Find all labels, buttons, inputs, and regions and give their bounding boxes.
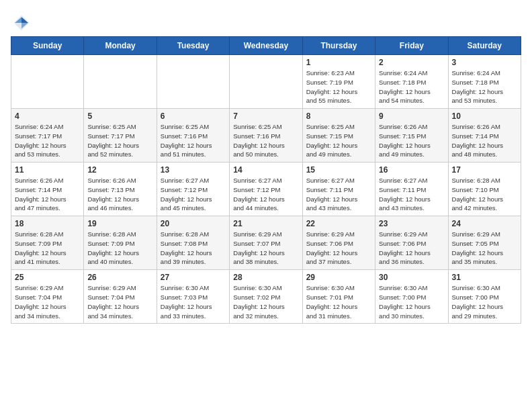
- day-info: Sunrise: 6:28 AMSunset: 7:08 PMDaylight:…: [161, 230, 226, 267]
- day-number: 23: [379, 219, 444, 228]
- day-info: Sunrise: 6:29 AMSunset: 7:04 PMDaylight:…: [15, 283, 80, 320]
- day-info: Sunrise: 6:29 AMSunset: 7:07 PMDaylight:…: [233, 230, 298, 267]
- day-info: Sunrise: 6:28 AMSunset: 7:09 PMDaylight:…: [87, 230, 152, 267]
- day-number: 19: [87, 219, 152, 228]
- week-row-4: 18Sunrise: 6:28 AMSunset: 7:09 PMDayligh…: [11, 216, 521, 270]
- day-number: 6: [161, 111, 226, 121]
- day-info: Sunrise: 6:27 AMSunset: 7:12 PMDaylight:…: [233, 176, 298, 213]
- day-number: 2: [379, 58, 444, 67]
- day-number: 12: [87, 165, 152, 175]
- day-number: 26: [87, 273, 152, 282]
- week-row-1: 1Sunrise: 6:23 AMSunset: 7:19 PMDaylight…: [11, 55, 521, 109]
- day-info: Sunrise: 6:27 AMSunset: 7:12 PMDaylight:…: [161, 176, 226, 213]
- day-header-saturday: Saturday: [448, 37, 521, 55]
- day-info: Sunrise: 6:24 AMSunset: 7:17 PMDaylight:…: [15, 122, 80, 159]
- day-number: 13: [161, 165, 226, 175]
- day-header-tuesday: Tuesday: [157, 37, 229, 55]
- calendar-cell: 11Sunrise: 6:26 AMSunset: 7:14 PMDayligh…: [11, 163, 84, 216]
- day-number: 18: [15, 219, 80, 228]
- day-info: Sunrise: 6:24 AMSunset: 7:18 PMDaylight:…: [452, 68, 517, 105]
- day-info: Sunrise: 6:24 AMSunset: 7:18 PMDaylight:…: [379, 68, 444, 105]
- calendar-cell: 22Sunrise: 6:29 AMSunset: 7:06 PMDayligh…: [302, 216, 375, 270]
- day-header-friday: Friday: [375, 37, 448, 55]
- calendar-cell: 2Sunrise: 6:24 AMSunset: 7:18 PMDaylight…: [375, 55, 448, 109]
- day-info: Sunrise: 6:26 AMSunset: 7:14 PMDaylight:…: [452, 122, 517, 159]
- day-info: Sunrise: 6:30 AMSunset: 7:03 PMDaylight:…: [161, 283, 226, 320]
- calendar-cell: 21Sunrise: 6:29 AMSunset: 7:07 PMDayligh…: [230, 216, 302, 270]
- day-header-monday: Monday: [84, 37, 157, 55]
- day-header-sunday: Sunday: [11, 37, 84, 55]
- day-info: Sunrise: 6:30 AMSunset: 7:00 PMDaylight:…: [452, 283, 517, 320]
- header-row: [11, 11, 521, 32]
- day-number: 30: [379, 273, 444, 282]
- day-number: 20: [161, 219, 226, 228]
- calendar-cell: 29Sunrise: 6:30 AMSunset: 7:01 PMDayligh…: [302, 270, 375, 324]
- calendar-cell: [230, 55, 302, 109]
- calendar-cell: 25Sunrise: 6:29 AMSunset: 7:04 PMDayligh…: [11, 270, 84, 324]
- calendar-cell: 26Sunrise: 6:29 AMSunset: 7:04 PMDayligh…: [84, 270, 157, 324]
- day-number: 28: [233, 273, 298, 282]
- day-number: 11: [15, 165, 80, 175]
- calendar-cell: 27Sunrise: 6:30 AMSunset: 7:03 PMDayligh…: [157, 270, 229, 324]
- day-number: 27: [161, 273, 226, 282]
- day-number: 21: [233, 219, 298, 228]
- header-row-days: SundayMondayTuesdayWednesdayThursdayFrid…: [11, 37, 521, 55]
- day-info: Sunrise: 6:27 AMSunset: 7:11 PMDaylight:…: [379, 176, 444, 213]
- calendar-container: SundayMondayTuesdayWednesdayThursdayFrid…: [0, 0, 532, 330]
- day-number: 5: [87, 111, 152, 121]
- calendar-cell: 14Sunrise: 6:27 AMSunset: 7:12 PMDayligh…: [230, 163, 302, 216]
- day-number: 24: [452, 219, 517, 228]
- calendar-cell: 28Sunrise: 6:30 AMSunset: 7:02 PMDayligh…: [230, 270, 302, 324]
- day-number: 9: [379, 111, 444, 121]
- day-info: Sunrise: 6:28 AMSunset: 7:10 PMDaylight:…: [452, 176, 517, 213]
- day-number: 25: [15, 273, 80, 282]
- day-info: Sunrise: 6:25 AMSunset: 7:17 PMDaylight:…: [87, 122, 152, 159]
- day-info: Sunrise: 6:25 AMSunset: 7:16 PMDaylight:…: [161, 122, 226, 159]
- svg-marker-3: [15, 17, 21, 23]
- calendar-cell: 10Sunrise: 6:26 AMSunset: 7:14 PMDayligh…: [448, 109, 521, 163]
- day-info: Sunrise: 6:29 AMSunset: 7:05 PMDaylight:…: [452, 230, 517, 267]
- day-info: Sunrise: 6:23 AMSunset: 7:19 PMDaylight:…: [306, 68, 371, 105]
- calendar-cell: 7Sunrise: 6:25 AMSunset: 7:16 PMDaylight…: [230, 109, 302, 163]
- day-number: 8: [306, 111, 371, 121]
- day-info: Sunrise: 6:26 AMSunset: 7:14 PMDaylight:…: [15, 176, 80, 213]
- day-info: Sunrise: 6:30 AMSunset: 7:02 PMDaylight:…: [233, 283, 298, 320]
- week-row-3: 11Sunrise: 6:26 AMSunset: 7:14 PMDayligh…: [11, 163, 521, 216]
- day-info: Sunrise: 6:29 AMSunset: 7:04 PMDaylight:…: [87, 283, 152, 320]
- calendar-cell: 13Sunrise: 6:27 AMSunset: 7:12 PMDayligh…: [157, 163, 229, 216]
- calendar-cell: 8Sunrise: 6:25 AMSunset: 7:15 PMDaylight…: [302, 109, 375, 163]
- day-number: 4: [15, 111, 80, 121]
- calendar-table: SundayMondayTuesdayWednesdayThursdayFrid…: [11, 36, 521, 324]
- day-number: 31: [452, 273, 517, 282]
- day-number: 22: [306, 219, 371, 228]
- calendar-cell: [11, 55, 84, 109]
- day-number: 15: [306, 165, 371, 175]
- day-info: Sunrise: 6:26 AMSunset: 7:15 PMDaylight:…: [379, 122, 444, 159]
- logo-icon: [12, 13, 31, 32]
- calendar-cell: 20Sunrise: 6:28 AMSunset: 7:08 PMDayligh…: [157, 216, 229, 270]
- day-number: 1: [306, 58, 371, 67]
- day-info: Sunrise: 6:30 AMSunset: 7:01 PMDaylight:…: [306, 283, 371, 320]
- day-info: Sunrise: 6:29 AMSunset: 7:06 PMDaylight:…: [379, 230, 444, 267]
- day-number: 17: [452, 165, 517, 175]
- calendar-cell: 12Sunrise: 6:26 AMSunset: 7:13 PMDayligh…: [84, 163, 157, 216]
- calendar-cell: 31Sunrise: 6:30 AMSunset: 7:00 PMDayligh…: [448, 270, 521, 324]
- day-number: 14: [233, 165, 298, 175]
- day-number: 16: [379, 165, 444, 175]
- calendar-cell: 4Sunrise: 6:24 AMSunset: 7:17 PMDaylight…: [11, 109, 84, 163]
- day-info: Sunrise: 6:29 AMSunset: 7:06 PMDaylight:…: [306, 230, 371, 267]
- calendar-cell: 23Sunrise: 6:29 AMSunset: 7:06 PMDayligh…: [375, 216, 448, 270]
- day-info: Sunrise: 6:25 AMSunset: 7:16 PMDaylight:…: [233, 122, 298, 159]
- day-number: 3: [452, 58, 517, 67]
- calendar-cell: 18Sunrise: 6:28 AMSunset: 7:09 PMDayligh…: [11, 216, 84, 270]
- week-row-2: 4Sunrise: 6:24 AMSunset: 7:17 PMDaylight…: [11, 109, 521, 163]
- day-header-thursday: Thursday: [302, 37, 375, 55]
- day-info: Sunrise: 6:30 AMSunset: 7:00 PMDaylight:…: [379, 283, 444, 320]
- day-number: 29: [306, 273, 371, 282]
- day-info: Sunrise: 6:28 AMSunset: 7:09 PMDaylight:…: [15, 230, 80, 267]
- calendar-cell: 15Sunrise: 6:27 AMSunset: 7:11 PMDayligh…: [302, 163, 375, 216]
- calendar-cell: 1Sunrise: 6:23 AMSunset: 7:19 PMDaylight…: [302, 55, 375, 109]
- calendar-cell: 6Sunrise: 6:25 AMSunset: 7:16 PMDaylight…: [157, 109, 229, 163]
- calendar-cell: 16Sunrise: 6:27 AMSunset: 7:11 PMDayligh…: [375, 163, 448, 216]
- day-info: Sunrise: 6:25 AMSunset: 7:15 PMDaylight:…: [306, 122, 371, 159]
